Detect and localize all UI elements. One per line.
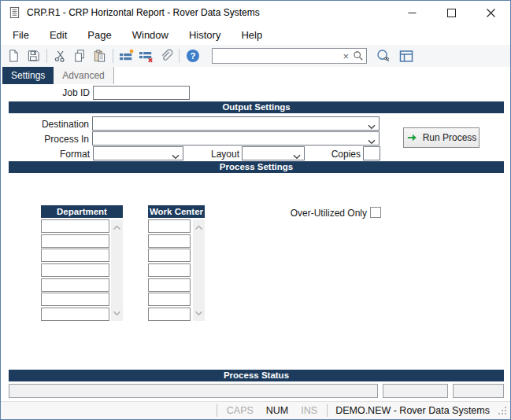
work-center-list-header: Work Center — [148, 205, 205, 218]
search-icon[interactable] — [353, 50, 364, 61]
menu-help[interactable]: Help — [231, 25, 272, 45]
process-status-field — [453, 384, 504, 398]
department-row-input[interactable] — [41, 219, 109, 233]
department-row-input[interactable] — [41, 293, 109, 306]
toolbar-separator — [46, 49, 47, 63]
over-utilized-label: Over-Utilized Only — [237, 208, 367, 219]
process-status-field — [383, 384, 448, 398]
window-controls — [392, 1, 510, 24]
toolbar-separator — [179, 49, 180, 63]
process-status-header: Process Status — [9, 370, 504, 381]
new-document-icon[interactable] — [4, 46, 24, 65]
scroll-up-icon[interactable] — [194, 222, 203, 233]
insert-mode-indicator: INS — [294, 405, 324, 416]
app-window: CRP.R1 - CRP Horizontal Report - Rover D… — [0, 0, 511, 420]
department-list-header: Department — [41, 205, 123, 218]
minimize-button[interactable] — [392, 1, 431, 24]
process-in-select[interactable] — [92, 131, 380, 146]
attachment-icon[interactable] — [156, 46, 176, 65]
copy-icon[interactable] — [70, 46, 90, 65]
status-bar: CAPS NUM INS DEMO.NEW - Rover Data Syste… — [1, 401, 510, 419]
window-title: CRP.R1 - CRP Horizontal Report - Rover D… — [27, 7, 260, 18]
scroll-up-icon[interactable] — [113, 222, 121, 233]
work-center-row-input[interactable] — [148, 234, 191, 248]
over-utilized-checkbox[interactable] — [370, 207, 381, 218]
output-settings-header: Output Settings — [9, 101, 504, 113]
work-center-row-input[interactable] — [148, 293, 191, 306]
run-process-label: Run Process — [423, 132, 477, 143]
department-row-input[interactable] — [41, 249, 109, 262]
tab-settings[interactable]: Settings — [2, 67, 54, 84]
resize-grip[interactable] — [498, 406, 507, 415]
report-document-icon — [9, 6, 20, 19]
settings-panel: Job ID Output Settings Destination Proce… — [1, 84, 510, 402]
destination-select[interactable] — [92, 116, 380, 131]
save-icon[interactable] — [24, 46, 43, 65]
maximize-button[interactable] — [431, 1, 471, 24]
help-icon[interactable]: ? — [183, 46, 202, 65]
menu-window[interactable]: Window — [122, 25, 179, 45]
cut-icon[interactable] — [50, 46, 70, 65]
department-row-input[interactable] — [41, 263, 109, 277]
department-row-input[interactable] — [41, 234, 109, 248]
run-arrow-icon — [406, 132, 418, 143]
job-id-input[interactable] — [93, 86, 190, 100]
search-input[interactable] — [216, 50, 339, 62]
session-indicator: DEMO.NEW - Rover Data Systems — [331, 405, 496, 416]
work-center-row-input[interactable] — [148, 308, 191, 321]
chevron-down-icon — [368, 136, 376, 147]
statusbar-separator — [217, 404, 217, 417]
menu-file[interactable]: File — [2, 25, 39, 45]
work-center-scrollbar[interactable] — [193, 219, 205, 321]
menu-edit[interactable]: Edit — [39, 25, 77, 45]
destination-label: Destination — [1, 119, 89, 130]
department-row-input[interactable] — [41, 308, 109, 321]
work-center-row-input[interactable] — [148, 278, 191, 292]
process-settings-header: Process Settings — [9, 161, 504, 173]
process-in-label: Process In — [1, 134, 89, 145]
grid-layout-icon[interactable] — [396, 46, 416, 65]
num-lock-indicator: NUM — [260, 405, 294, 416]
search-clear-icon[interactable]: × — [339, 51, 353, 61]
delete-detail-icon[interactable] — [136, 46, 156, 65]
paste-icon[interactable] — [90, 46, 109, 65]
layout-label: Layout — [158, 149, 239, 160]
department-scrollbar[interactable] — [111, 219, 123, 321]
toolbar-separator — [113, 49, 113, 63]
statusbar-separator — [327, 404, 328, 417]
work-center-row-input[interactable] — [148, 249, 191, 262]
insert-detail-icon[interactable] — [117, 46, 136, 65]
tab-advanced[interactable]: Advanced — [54, 67, 113, 84]
job-id-label: Job ID — [1, 87, 90, 98]
title-bar: CRP.R1 - CRP Horizontal Report - Rover D… — [1, 1, 510, 24]
work-center-list — [148, 219, 191, 321]
svg-text:?: ? — [190, 51, 195, 61]
work-center-row-input[interactable] — [148, 263, 191, 277]
toolbar-search: × — [212, 48, 367, 64]
close-button[interactable] — [471, 1, 510, 24]
work-center-row-input[interactable] — [148, 219, 191, 233]
menu-bar: File Edit Page Window History Help — [1, 24, 510, 45]
copies-label: Copies — [268, 149, 361, 160]
chevron-down-icon — [368, 121, 376, 132]
department-list — [41, 219, 109, 321]
run-process-button[interactable]: Run Process — [403, 127, 480, 148]
scroll-down-icon[interactable] — [194, 308, 203, 319]
tab-strip: Settings Advanced — [1, 67, 510, 84]
process-status-message-field — [9, 384, 378, 398]
caps-lock-indicator: CAPS — [220, 405, 260, 416]
scroll-down-icon[interactable] — [113, 308, 121, 319]
toolbar: ? × — [1, 45, 510, 67]
copies-input[interactable] — [363, 146, 380, 160]
department-row-input[interactable] — [41, 278, 109, 292]
lookup-icon[interactable] — [373, 46, 393, 65]
menu-page[interactable]: Page — [77, 25, 121, 45]
format-label: Format — [1, 149, 90, 160]
menu-history[interactable]: History — [179, 25, 231, 45]
